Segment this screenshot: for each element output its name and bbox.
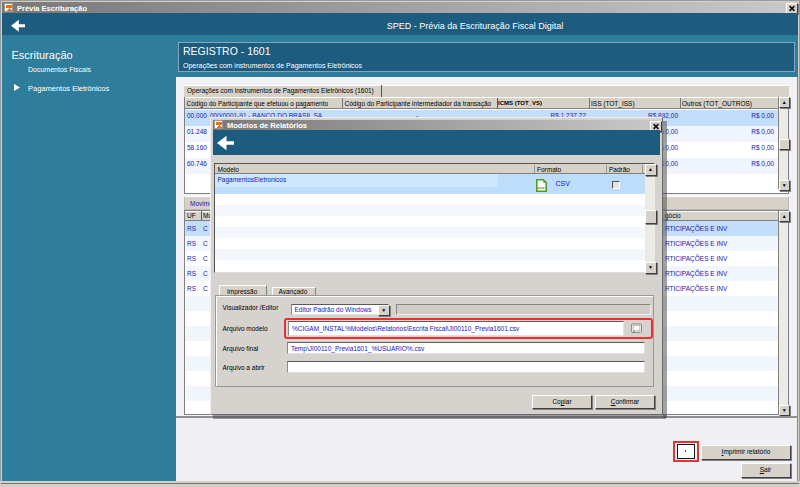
svg-text:csv: csv bbox=[537, 185, 545, 190]
